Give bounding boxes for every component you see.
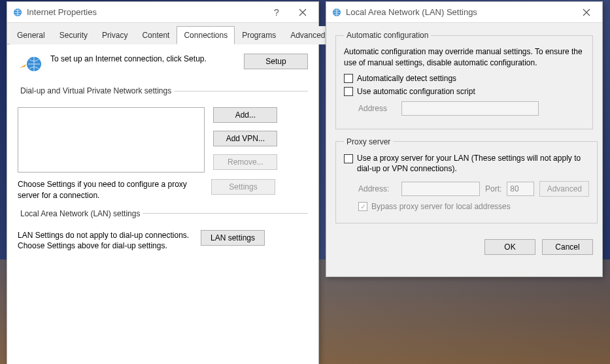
bypass-checkbox[interactable]: ✓	[358, 202, 367, 211]
bypass-label: Bypass proxy server for local addresses	[371, 202, 511, 211]
cancel-button[interactable]: Cancel	[542, 239, 593, 255]
internet-properties-dialog: Internet Properties ? General Security P…	[7, 1, 319, 364]
remove-button[interactable]: Remove...	[213, 154, 277, 170]
auto-detect-label: Automatically detect settings	[357, 74, 456, 83]
tab-privacy[interactable]: Privacy	[95, 26, 135, 44]
proxy-note: Choose Settings if you need to configure…	[18, 179, 205, 201]
dialup-legend: Dial-up and Virtual Private Network sett…	[18, 86, 174, 95]
close-button[interactable]	[290, 3, 316, 22]
add-button[interactable]: Add...	[213, 107, 277, 123]
dialup-group: Dial-up and Virtual Private Network sett…	[18, 86, 308, 201]
tab-content[interactable]: Content	[135, 26, 177, 44]
auto-detect-checkbox[interactable]	[344, 74, 353, 83]
internet-options-icon	[12, 7, 23, 18]
setup-text: To set up an Internet connection, click …	[50, 54, 244, 65]
proxy-group: Proxy server Use a proxy server for your…	[335, 137, 598, 224]
proxy-port-input[interactable]	[507, 182, 534, 196]
settings-button[interactable]: Settings	[211, 179, 275, 195]
tab-programs[interactable]: Programs	[235, 26, 283, 44]
auto-config-group: Automatic configuration Automatic config…	[335, 31, 593, 129]
use-proxy-checkbox[interactable]	[344, 154, 353, 163]
use-proxy-label: Use a proxy server for your LAN (These s…	[357, 153, 589, 175]
close-icon	[583, 8, 590, 16]
close-button[interactable]	[573, 3, 600, 22]
auto-script-checkbox[interactable]	[344, 87, 353, 96]
setup-button[interactable]: Setup	[244, 54, 308, 69]
lan-note: LAN Settings do not apply to dial-up con…	[18, 230, 201, 252]
titlebar[interactable]: Local Area Network (LAN) Settings	[326, 2, 602, 23]
script-address-input[interactable]	[401, 101, 539, 116]
close-icon	[299, 8, 307, 16]
script-address-label: Address	[358, 104, 396, 113]
lan-settings-panel: Automatic configuration Automatic config…	[326, 23, 602, 276]
add-vpn-button[interactable]: Add VPN...	[213, 131, 277, 146]
titlebar[interactable]: Internet Properties ?	[7, 2, 318, 23]
connection-list[interactable]	[18, 107, 205, 173]
lan-settings-button[interactable]: LAN settings	[201, 230, 265, 246]
connections-panel: To set up an Internet connection, click …	[7, 44, 318, 364]
dialog-title: Internet Properties	[27, 7, 263, 17]
proxy-address-input[interactable]	[401, 182, 480, 196]
ok-button[interactable]: OK	[484, 239, 535, 255]
help-button[interactable]: ?	[263, 3, 290, 22]
auto-config-legend: Automatic configuration	[344, 31, 431, 40]
tab-security[interactable]: Security	[52, 26, 95, 44]
tab-general[interactable]: General	[10, 26, 52, 44]
connection-wizard-icon	[18, 54, 44, 77]
lan-settings-dialog: Local Area Network (LAN) Settings Automa…	[326, 1, 603, 277]
tab-connections[interactable]: Connections	[177, 26, 235, 44]
proxy-legend: Proxy server	[344, 137, 393, 146]
advanced-button[interactable]: Advanced	[539, 181, 589, 197]
internet-options-icon	[331, 7, 342, 18]
proxy-port-label: Port:	[485, 184, 501, 193]
auto-script-label: Use automatic configuration script	[357, 87, 475, 96]
lan-group: Local Area Network (LAN) settings LAN Se…	[18, 209, 308, 252]
lan-legend: Local Area Network (LAN) settings	[18, 209, 143, 218]
dialog-title: Local Area Network (LAN) Settings	[346, 7, 573, 17]
auto-config-desc: Automatic configuration may override man…	[344, 46, 585, 69]
proxy-address-label: Address:	[358, 184, 396, 193]
tab-strip: General Security Privacy Content Connect…	[7, 23, 318, 44]
